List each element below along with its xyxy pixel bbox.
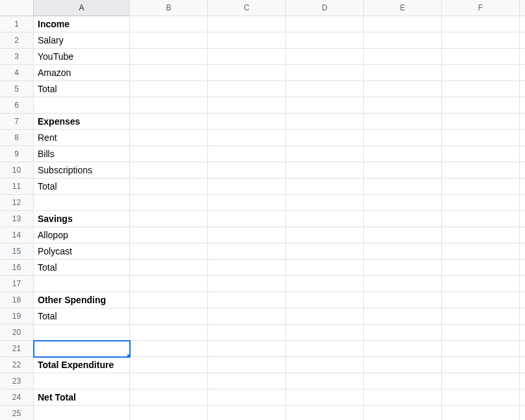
cell-B5[interactable] <box>130 81 208 97</box>
row-header[interactable]: 7 <box>0 114 34 130</box>
cell-A3[interactable]: YouTube <box>34 49 130 65</box>
cell-D8[interactable] <box>286 130 364 146</box>
cell-D23[interactable] <box>286 373 364 389</box>
cell-overflow[interactable] <box>520 97 525 114</box>
cell-A15[interactable]: Polycast <box>34 243 130 260</box>
cell-B3[interactable] <box>130 49 208 65</box>
cell-E19[interactable] <box>364 308 442 325</box>
cell-overflow[interactable] <box>520 211 525 227</box>
cell-A6[interactable] <box>34 97 130 114</box>
cell-D21[interactable] <box>286 341 364 357</box>
cell-D24[interactable] <box>286 389 364 406</box>
select-all-corner[interactable] <box>0 0 34 16</box>
cell-E15[interactable] <box>364 243 442 260</box>
cell-A17[interactable] <box>34 276 130 292</box>
cell-overflow[interactable] <box>520 114 525 130</box>
cell-E5[interactable] <box>364 81 442 97</box>
cell-overflow[interactable] <box>520 49 525 65</box>
cell-E9[interactable] <box>364 146 442 162</box>
cell-D4[interactable] <box>286 65 364 81</box>
cell-C11[interactable] <box>208 179 286 195</box>
cell-A14[interactable]: Allopop <box>34 227 130 243</box>
cell-overflow[interactable] <box>520 32 525 49</box>
cell-A16[interactable]: Total <box>34 260 130 276</box>
cell-overflow[interactable] <box>520 130 525 146</box>
cell-E1[interactable] <box>364 16 442 32</box>
col-header-D[interactable]: D <box>286 0 364 16</box>
row-header[interactable]: 22 <box>0 357 34 373</box>
cell-overflow[interactable] <box>520 243 525 260</box>
cell-C3[interactable] <box>208 49 286 65</box>
cell-F6[interactable] <box>442 97 520 114</box>
cell-C17[interactable] <box>208 276 286 292</box>
cell-E3[interactable] <box>364 49 442 65</box>
cell-C8[interactable] <box>208 130 286 146</box>
cell-B10[interactable] <box>130 162 208 179</box>
cell-E8[interactable] <box>364 130 442 146</box>
row-header[interactable]: 15 <box>0 243 34 260</box>
cell-overflow[interactable] <box>520 292 525 308</box>
cell-C25[interactable] <box>208 406 286 420</box>
cell-B22[interactable] <box>130 357 208 373</box>
cell-E25[interactable] <box>364 406 442 420</box>
row-header[interactable]: 21 <box>0 341 34 357</box>
cell-overflow[interactable] <box>520 406 525 420</box>
cell-C15[interactable] <box>208 243 286 260</box>
cell-D18[interactable] <box>286 292 364 308</box>
cell-C20[interactable] <box>208 325 286 341</box>
cell-E20[interactable] <box>364 325 442 341</box>
cell-overflow[interactable] <box>520 81 525 97</box>
cell-A19[interactable]: Total <box>34 308 130 325</box>
row-header[interactable]: 1 <box>0 16 34 32</box>
row-header[interactable]: 13 <box>0 211 34 227</box>
cell-A22[interactable]: Total Expenditure <box>34 357 130 373</box>
cell-overflow[interactable] <box>520 179 525 195</box>
cell-A13[interactable]: Savings <box>34 211 130 227</box>
cell-F1[interactable] <box>442 16 520 32</box>
cell-D5[interactable] <box>286 81 364 97</box>
cell-E18[interactable] <box>364 292 442 308</box>
cell-B23[interactable] <box>130 373 208 389</box>
cell-A21[interactable] <box>34 341 130 357</box>
cell-overflow[interactable] <box>520 308 525 325</box>
cell-E10[interactable] <box>364 162 442 179</box>
cell-B6[interactable] <box>130 97 208 114</box>
cell-C6[interactable] <box>208 97 286 114</box>
cell-D10[interactable] <box>286 162 364 179</box>
cell-F22[interactable] <box>442 357 520 373</box>
cell-E13[interactable] <box>364 211 442 227</box>
cell-E16[interactable] <box>364 260 442 276</box>
cell-A9[interactable]: Bills <box>34 146 130 162</box>
cell-C16[interactable] <box>208 260 286 276</box>
row-header[interactable]: 24 <box>0 389 34 406</box>
cell-E17[interactable] <box>364 276 442 292</box>
cell-D11[interactable] <box>286 179 364 195</box>
cell-D25[interactable] <box>286 406 364 420</box>
cell-F3[interactable] <box>442 49 520 65</box>
cell-F11[interactable] <box>442 179 520 195</box>
cell-C18[interactable] <box>208 292 286 308</box>
col-header-A[interactable]: A <box>34 0 130 16</box>
cell-D7[interactable] <box>286 114 364 130</box>
cell-overflow[interactable] <box>520 357 525 373</box>
cell-C21[interactable] <box>208 341 286 357</box>
cell-E7[interactable] <box>364 114 442 130</box>
cell-C1[interactable] <box>208 16 286 32</box>
cell-B16[interactable] <box>130 260 208 276</box>
cell-D2[interactable] <box>286 32 364 49</box>
cell-E6[interactable] <box>364 97 442 114</box>
cell-overflow[interactable] <box>520 325 525 341</box>
cell-D22[interactable] <box>286 357 364 373</box>
cell-A25[interactable] <box>34 406 130 420</box>
cell-E22[interactable] <box>364 357 442 373</box>
cell-A24[interactable]: Net Total <box>34 389 130 406</box>
cell-D14[interactable] <box>286 227 364 243</box>
col-header-F[interactable]: F <box>442 0 520 16</box>
cell-A11[interactable]: Total <box>34 179 130 195</box>
cell-overflow[interactable] <box>520 389 525 406</box>
cell-E12[interactable] <box>364 195 442 211</box>
row-header[interactable]: 16 <box>0 260 34 276</box>
cell-B14[interactable] <box>130 227 208 243</box>
cell-D9[interactable] <box>286 146 364 162</box>
cell-C12[interactable] <box>208 195 286 211</box>
